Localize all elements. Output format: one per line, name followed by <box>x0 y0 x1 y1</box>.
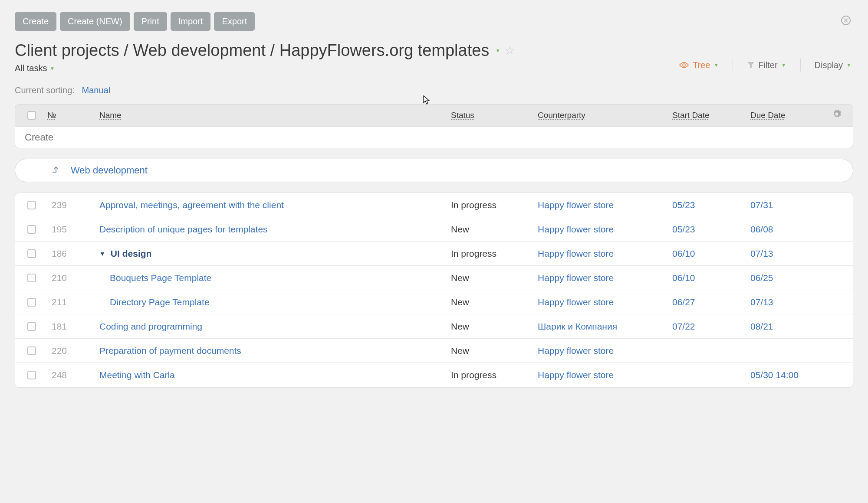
row-number: 195 <box>45 221 97 238</box>
row-status: New <box>448 294 535 311</box>
parent-folder-link[interactable]: Web development <box>71 165 148 176</box>
display-label: Display <box>815 60 843 70</box>
view-tree-label: Tree <box>693 60 710 70</box>
table-row[interactable]: 186▼UI designIn progressHappy flower sto… <box>15 242 853 266</box>
row-name[interactable]: Preparation of payment documents <box>97 342 448 359</box>
breadcrumb-text: Client projects / Web development / Happ… <box>15 41 489 60</box>
row-start-date: 05/23 <box>670 196 748 214</box>
row-counterparty[interactable]: Happy flower store <box>535 269 670 287</box>
col-num[interactable]: № <box>45 111 97 120</box>
row-due-date: 06/08 <box>748 221 826 238</box>
print-button[interactable]: Print <box>134 12 167 31</box>
sorting-value-link[interactable]: Manual <box>82 85 111 95</box>
quick-create-row[interactable] <box>15 127 853 148</box>
task-title: Preparation of payment documents <box>99 346 241 356</box>
row-checkbox[interactable] <box>27 225 36 234</box>
table-row[interactable]: 195Description of unique pages for templ… <box>15 217 853 242</box>
row-number: 220 <box>45 342 97 359</box>
row-number: 248 <box>45 366 97 384</box>
col-name[interactable]: Name <box>97 111 448 120</box>
row-number: 239 <box>45 196 97 214</box>
caret-down-icon: ▼ <box>49 65 55 72</box>
gear-icon[interactable] <box>826 109 848 121</box>
row-name[interactable]: Coding and programming <box>97 318 448 335</box>
row-due-date <box>748 347 826 354</box>
task-title: Description of unique pages for template… <box>99 224 268 235</box>
row-checkbox[interactable] <box>27 346 36 355</box>
up-arrow-icon <box>50 164 59 176</box>
row-name[interactable]: Description of unique pages for template… <box>97 221 448 238</box>
row-checkbox[interactable] <box>27 298 36 307</box>
expand-caret-icon[interactable]: ▼ <box>99 250 105 257</box>
breadcrumb-caret-icon[interactable]: ▼ <box>495 48 500 54</box>
row-counterparty[interactable]: Happy flower store <box>535 221 670 238</box>
eye-icon <box>679 62 689 69</box>
row-name[interactable]: Meeting with Carla <box>97 366 448 384</box>
task-title: Directory Page Template <box>99 297 210 307</box>
select-all-checkbox[interactable] <box>27 111 36 120</box>
row-counterparty[interactable]: Happy flower store <box>535 245 670 262</box>
caret-down-icon: ▼ <box>781 62 786 68</box>
row-name[interactable]: ▼UI design <box>97 245 448 262</box>
display-toggle[interactable]: Display ▼ <box>813 60 853 70</box>
row-checkbox[interactable] <box>27 371 36 379</box>
view-tree-toggle[interactable]: Tree ▼ <box>677 60 720 70</box>
import-button[interactable]: Import <box>171 12 211 31</box>
scope-filter-label: All tasks <box>15 63 47 73</box>
task-title: UI design <box>111 248 152 259</box>
row-counterparty[interactable]: Happy flower store <box>535 342 670 359</box>
row-number: 211 <box>45 294 97 311</box>
row-start-date: 07/22 <box>670 318 748 335</box>
table-header: № Name Status Counterparty Start Date Du… <box>15 104 853 127</box>
task-table: 239Approval, meetings, agreement with th… <box>15 193 853 388</box>
parent-folder-row[interactable]: Web development <box>15 159 853 182</box>
row-name[interactable]: Approval, meetings, agreement with the c… <box>97 196 448 214</box>
row-start-date: 05/23 <box>670 221 748 238</box>
scope-filter[interactable]: All tasks ▼ <box>15 63 515 73</box>
table-row[interactable]: 239Approval, meetings, agreement with th… <box>15 193 853 217</box>
row-due-date: 07/13 <box>748 294 826 311</box>
row-start-date: 06/10 <box>670 245 748 262</box>
divider <box>800 59 801 72</box>
row-counterparty[interactable]: Happy flower store <box>535 196 670 214</box>
caret-down-icon: ▼ <box>713 62 719 68</box>
col-counterparty[interactable]: Counterparty <box>535 111 670 120</box>
table-row[interactable]: 220Preparation of payment documentsNewHa… <box>15 339 853 363</box>
quick-create-input[interactable] <box>25 132 843 143</box>
task-title: Meeting with Carla <box>99 370 175 380</box>
row-due-date: 07/31 <box>748 196 826 214</box>
table-row[interactable]: 248Meeting with CarlaIn progressHappy fl… <box>15 363 853 387</box>
svg-point-0 <box>683 64 685 66</box>
sorting-label: Current sorting: <box>15 85 75 95</box>
col-status[interactable]: Status <box>448 111 535 120</box>
row-checkbox[interactable] <box>27 249 36 258</box>
table-row[interactable]: 181Coding and programmingNewШарик и Комп… <box>15 314 853 339</box>
filter-toggle[interactable]: Filter ▼ <box>745 60 788 70</box>
table-row[interactable]: 211Directory Page TemplateNewHappy flowe… <box>15 290 853 314</box>
filter-icon <box>747 61 755 69</box>
row-checkbox[interactable] <box>27 322 36 331</box>
breadcrumb[interactable]: Client projects / Web development / Happ… <box>15 41 515 60</box>
row-start-date: 06/10 <box>670 269 748 287</box>
create-new-button[interactable]: Create (NEW) <box>60 12 130 31</box>
col-due-date[interactable]: Due Date <box>748 111 826 120</box>
export-button[interactable]: Export <box>214 12 255 31</box>
row-name[interactable]: Directory Page Template <box>97 294 448 311</box>
row-counterparty[interactable]: Happy flower store <box>535 294 670 311</box>
close-icon[interactable] <box>841 16 851 25</box>
row-start-date: 06/27 <box>670 294 748 311</box>
col-start-date[interactable]: Start Date <box>670 111 748 120</box>
row-checkbox[interactable] <box>27 201 36 209</box>
create-button[interactable]: Create <box>15 12 56 31</box>
row-due-date: 07/13 <box>748 245 826 262</box>
star-icon[interactable]: ☆ <box>505 44 515 57</box>
row-name[interactable]: Bouquets Page Template <box>97 269 448 287</box>
row-status: In progress <box>448 245 535 262</box>
row-counterparty[interactable]: Шарик и Компания <box>535 318 670 335</box>
table-row[interactable]: 210Bouquets Page TemplateNewHappy flower… <box>15 266 853 290</box>
divider <box>733 59 733 72</box>
row-due-date: 06/25 <box>748 269 826 287</box>
row-counterparty[interactable]: Happy flower store <box>535 366 670 384</box>
row-checkbox[interactable] <box>27 274 36 282</box>
row-number: 186 <box>45 245 97 262</box>
